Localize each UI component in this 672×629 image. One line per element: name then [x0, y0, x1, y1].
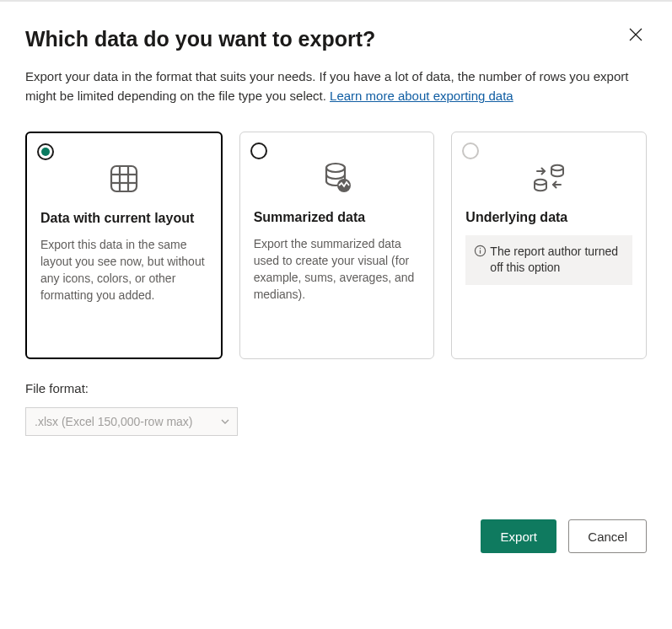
close-icon [629, 28, 642, 41]
radio-underlying [462, 142, 479, 159]
dialog-title: Which data do you want to export? [25, 27, 647, 51]
export-button[interactable]: Export [481, 519, 556, 553]
file-format-value: .xlsx (Excel 150,000-row max) [35, 415, 193, 428]
close-button[interactable] [626, 25, 645, 44]
dialog-description: Export your data in the format that suit… [25, 67, 641, 106]
radio-summarized[interactable] [250, 142, 267, 159]
option-summarized-data[interactable]: Summarized data Export the summarized da… [239, 132, 435, 359]
dialog-footer: Export Cancel [481, 519, 647, 553]
svg-point-9 [551, 164, 563, 169]
export-options: Data with current layout Export this dat… [25, 132, 647, 359]
svg-point-10 [535, 179, 546, 184]
cancel-button[interactable]: Cancel [568, 519, 647, 553]
option-title: Data with current layout [40, 211, 207, 226]
file-format-label: File format: [25, 381, 647, 395]
file-format-select: .xlsx (Excel 150,000-row max) [25, 407, 238, 436]
database-summary-icon [320, 161, 354, 195]
database-sync-icon [530, 161, 567, 195]
svg-rect-2 [111, 166, 137, 191]
option-current-layout[interactable]: Data with current layout Export this dat… [25, 132, 223, 359]
option-title: Summarized data [254, 210, 421, 225]
svg-point-7 [326, 164, 345, 172]
radio-current-layout[interactable] [37, 143, 54, 160]
svg-point-13 [480, 247, 481, 248]
option-disabled-info: The report author turned off this option [465, 235, 632, 285]
info-icon [474, 245, 487, 257]
option-description: Export the summarized data used to creat… [254, 235, 421, 304]
option-title: Underlying data [465, 210, 632, 225]
description-text: Export your data in the format that suit… [25, 69, 628, 103]
table-grid-icon [108, 163, 140, 195]
option-underlying-data: Underlying data The report author turned… [451, 132, 647, 359]
learn-more-link[interactable]: Learn more about exporting data [330, 89, 513, 103]
option-description: Export this data in the same layout you … [40, 236, 207, 304]
chevron-down-icon [220, 417, 230, 427]
info-text: The report author turned off this option [490, 244, 624, 277]
